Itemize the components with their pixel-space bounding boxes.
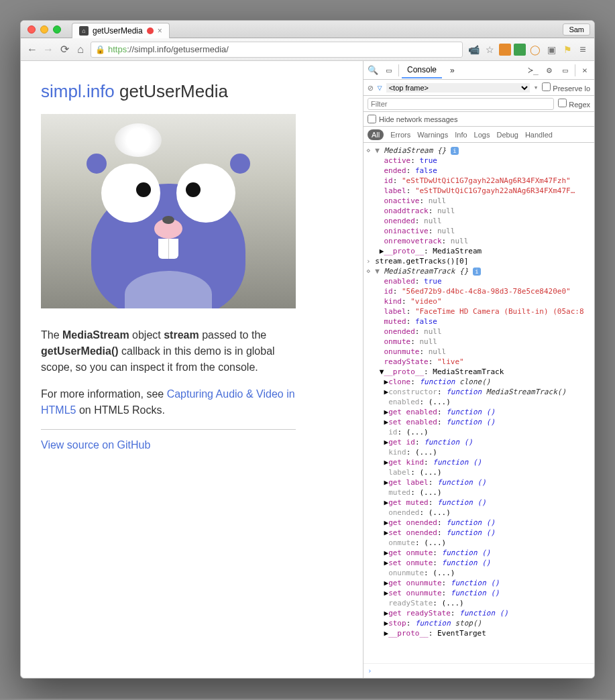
preserve-log-checkbox[interactable]: [542, 82, 551, 91]
context-bar: ⊘ ▽ <top frame> ▾ Preserve lo: [364, 80, 594, 96]
page-title: simpl.info getUserMedia: [41, 81, 343, 102]
tab-more[interactable]: »: [445, 63, 460, 78]
title-rest: getUserMedia: [115, 81, 228, 101]
bookmark-star-icon[interactable]: ☆: [483, 44, 496, 56]
filter-bar: Regex: [364, 96, 594, 112]
devtools-tabs: 🔍 ▭ Console » ≻_ ⚙ ▭ ×: [364, 61, 594, 80]
separator: [41, 429, 296, 430]
brand-link[interactable]: simpl.info: [41, 81, 115, 101]
address-bar[interactable]: 🔒 https://simpl.info/getusermedia/: [91, 42, 463, 58]
page-content: simpl.info getUserMedia The MediaStream …: [21, 61, 363, 678]
drawer-toggle-icon[interactable]: ≻_: [526, 65, 540, 75]
level-logs[interactable]: Logs: [474, 131, 490, 139]
url-toolbar: ← → ⟳ ⌂ 🔒 https://simpl.info/getusermedi…: [21, 38, 594, 61]
filter-funnel-icon[interactable]: ▽: [377, 83, 382, 93]
lock-icon: 🔒: [95, 45, 105, 54]
window-titlebar: ⌂ getUserMedia × Sam: [21, 21, 594, 38]
device-toggle-icon[interactable]: ▭: [382, 65, 396, 75]
level-warnings[interactable]: Warnings: [417, 131, 448, 139]
paragraph-1: The MediaStream object stream passed to …: [41, 327, 296, 375]
frame-select[interactable]: <top frame>: [386, 83, 530, 93]
recording-indicator-icon: [147, 27, 154, 34]
url-scheme: https: [108, 44, 127, 54]
extension-icon-4[interactable]: ⚑: [561, 44, 574, 56]
browser-tab[interactable]: ⌂ getUserMedia ×: [72, 23, 170, 38]
cast-icon[interactable]: ▣: [545, 44, 558, 56]
content-area: simpl.info getUserMedia The MediaStream …: [21, 61, 594, 678]
devtools-close-icon[interactable]: ×: [578, 65, 592, 75]
settings-gear-icon[interactable]: ⚙: [543, 65, 556, 75]
close-window-button[interactable]: [27, 25, 36, 34]
console-prompt[interactable]: ›: [364, 663, 594, 678]
profile-button[interactable]: Sam: [563, 23, 590, 36]
level-debug[interactable]: Debug: [496, 131, 518, 139]
paragraph-2: For more information, see Capturing Audi…: [41, 386, 296, 418]
traffic-lights: [27, 25, 61, 34]
tab-console[interactable]: Console: [402, 62, 442, 78]
extension-icon-2[interactable]: [514, 44, 526, 56]
log-levels: All Errors Warnings Info Logs Debug Hand…: [364, 127, 594, 143]
hide-network-checkbox[interactable]: [368, 115, 376, 123]
hide-network-row: Hide network messages: [364, 112, 594, 127]
devtools-panel: 🔍 ▭ Console » ≻_ ⚙ ▭ × ⊘ ▽ <top frame> ▾: [363, 61, 594, 678]
gopher-plush: [81, 143, 256, 308]
tab-favicon: ⌂: [79, 26, 89, 36]
github-link[interactable]: View source on GitHub: [41, 439, 150, 451]
reload-button[interactable]: ⟳: [58, 43, 70, 56]
browser-window: ⌂ getUserMedia × Sam ← → ⟳ ⌂ 🔒 https://s…: [20, 20, 595, 679]
maximize-window-button[interactable]: [53, 25, 61, 34]
video-preview: [41, 114, 296, 308]
search-icon[interactable]: 🔍: [366, 65, 380, 75]
clear-console-icon[interactable]: ⊘: [368, 82, 373, 93]
tab-title: getUserMedia: [93, 26, 143, 36]
extension-icon-1[interactable]: [499, 44, 511, 56]
minimize-window-button[interactable]: [40, 25, 48, 34]
tab-close-icon[interactable]: ×: [158, 26, 162, 36]
home-button[interactable]: ⌂: [74, 44, 87, 56]
filter-input[interactable]: [368, 98, 554, 110]
level-handled[interactable]: Handled: [525, 131, 553, 139]
level-errors[interactable]: Errors: [390, 131, 410, 139]
toolbar-icons: 📹 ☆ ◯ ▣ ⚑ ≡: [467, 44, 589, 56]
url-path: ://simpl.info/getusermedia/: [127, 44, 229, 54]
level-info[interactable]: Info: [455, 131, 467, 139]
dock-icon[interactable]: ▭: [559, 65, 572, 75]
extension-icon-3[interactable]: ◯: [528, 44, 542, 56]
level-all[interactable]: All: [368, 129, 384, 140]
back-button[interactable]: ←: [26, 44, 38, 56]
camera-indicator-icon[interactable]: 📹: [467, 44, 480, 56]
regex-checkbox[interactable]: [558, 99, 567, 107]
console-output[interactable]: ⋄ ▼ MediaStream {} i active: true ended:…: [364, 143, 594, 663]
forward-button[interactable]: →: [42, 44, 54, 56]
menu-button[interactable]: ≡: [577, 44, 589, 56]
